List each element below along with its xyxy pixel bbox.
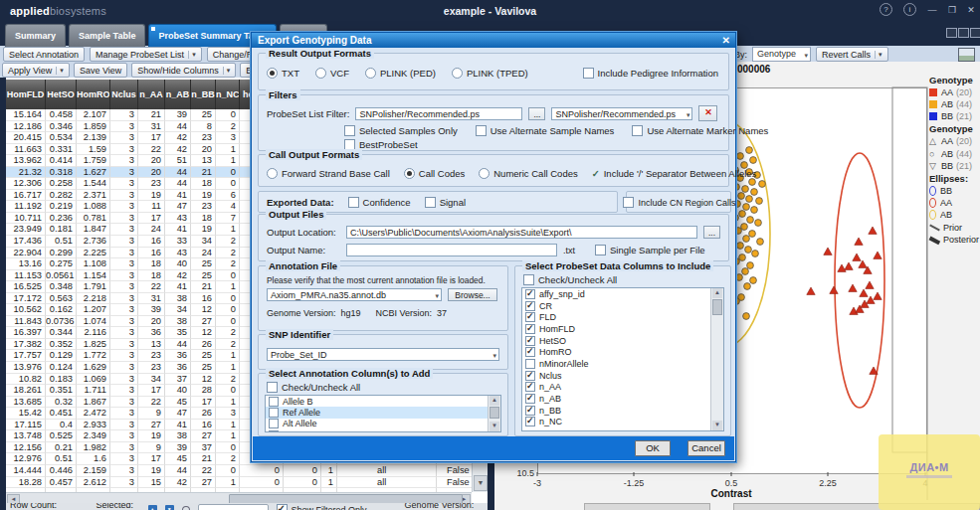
apply-view-button[interactable]: Apply View▾ xyxy=(2,63,70,78)
column-header[interactable]: HetSO xyxy=(46,80,77,109)
cell[interactable]: 3 xyxy=(110,167,138,179)
cell[interactable]: 0.275 xyxy=(46,258,77,270)
cell[interactable]: 6 xyxy=(216,190,240,202)
cell[interactable]: 0.414 xyxy=(46,155,77,167)
call-codes-radio[interactable]: Call Codes xyxy=(404,168,465,179)
cell[interactable]: 11.663 xyxy=(6,144,46,156)
list-item[interactable]: Nclus xyxy=(522,370,723,382)
cell[interactable]: 25 xyxy=(191,362,216,374)
list-item[interactable]: Alt Allele xyxy=(266,419,500,429)
numeric-call-codes-radio[interactable]: Numeric Call Codes xyxy=(479,168,577,179)
list-item[interactable]: Ref Allele xyxy=(266,407,500,418)
cell[interactable]: 0 xyxy=(284,465,321,477)
cell[interactable]: 1.207 xyxy=(77,304,110,316)
list-item[interactable]: n_BB xyxy=(522,405,723,417)
restore-button[interactable]: ❐ xyxy=(944,3,960,17)
cell[interactable]: 1 xyxy=(216,281,240,293)
cell[interactable]: 14.444 xyxy=(6,465,46,477)
show-hide-columns-button[interactable]: Show/Hide Columns▾ xyxy=(131,63,236,78)
cell[interactable]: 16 xyxy=(138,236,165,248)
cell[interactable]: 10.562 xyxy=(6,304,46,316)
ok-button[interactable]: OK xyxy=(635,440,671,456)
column-header[interactable]: HomRO xyxy=(77,80,110,109)
cell[interactable]: 0 xyxy=(216,465,240,477)
cell[interactable]: all xyxy=(337,477,437,489)
cell[interactable]: 21 xyxy=(138,109,165,121)
cell[interactable]: 0.0736 xyxy=(46,316,77,328)
cell[interactable]: 13.748 xyxy=(6,430,46,442)
cell[interactable]: 2.159 xyxy=(77,465,110,477)
cell[interactable]: 16 xyxy=(138,248,165,259)
cell[interactable]: 15 xyxy=(138,477,165,489)
cell[interactable]: 1.859 xyxy=(77,121,110,133)
cell[interactable]: 42 xyxy=(165,270,191,282)
cell[interactable]: 2 xyxy=(216,453,240,465)
cell[interactable]: 21.32 xyxy=(6,167,46,179)
cell[interactable]: 20 xyxy=(138,316,165,328)
probeset-columns-list[interactable]: affy_snp_idCRFLDHomFLDHetSOHomROnMinorAl… xyxy=(521,287,724,431)
cell[interactable]: 2.612 xyxy=(77,477,110,489)
cell[interactable]: 22 xyxy=(138,397,165,409)
cell[interactable]: 0.781 xyxy=(77,213,110,225)
close-button[interactable]: ✕ xyxy=(963,3,979,17)
cell[interactable]: 0 xyxy=(216,293,240,305)
cell[interactable]: 42 xyxy=(165,144,191,156)
cell[interactable]: 33 xyxy=(165,236,191,248)
output-name-input[interactable] xyxy=(346,244,557,256)
txt-radio[interactable]: TXT xyxy=(267,68,299,79)
column-header[interactable]: n_BB xyxy=(191,80,216,109)
cell[interactable]: 13 xyxy=(138,339,165,351)
cell[interactable]: 23 xyxy=(138,362,165,374)
filter-browse-button[interactable]: ... xyxy=(528,107,545,120)
cell[interactable]: 19 xyxy=(191,190,216,202)
output-location-browse-button[interactable]: ... xyxy=(703,226,720,239)
cell[interactable]: 0.51 xyxy=(46,236,77,248)
cell[interactable]: 22 xyxy=(138,144,165,156)
column-header[interactable]: HomFLD xyxy=(6,80,46,109)
cell[interactable]: 2.139 xyxy=(77,132,110,144)
cell[interactable]: 16 xyxy=(191,420,216,431)
cell[interactable]: 23 xyxy=(138,350,165,362)
cell[interactable]: 17.382 xyxy=(6,339,46,351)
cell[interactable]: 26 xyxy=(191,339,216,351)
cell[interactable]: 0.124 xyxy=(46,362,77,374)
cell[interactable]: 0 xyxy=(216,167,240,179)
signal-checkbox[interactable]: Signal xyxy=(425,197,466,208)
cell[interactable]: 3 xyxy=(110,132,138,144)
cell[interactable]: 2 xyxy=(216,374,240,386)
cell[interactable]: 39 xyxy=(165,109,191,121)
cell[interactable]: 1 xyxy=(321,477,337,489)
list-item[interactable]: CR xyxy=(522,300,723,312)
cell[interactable]: 28 xyxy=(191,385,216,397)
cell[interactable]: 3 xyxy=(110,304,138,316)
cell[interactable]: 18.28 xyxy=(6,477,46,489)
cell[interactable]: 3 xyxy=(110,281,138,293)
cell[interactable]: 1.825 xyxy=(77,339,110,351)
cell[interactable]: 1 xyxy=(216,144,240,156)
vcf-radio[interactable]: VCF xyxy=(315,68,349,79)
cell[interactable]: 2 xyxy=(216,327,240,339)
cell[interactable]: 0.451 xyxy=(46,408,77,420)
cell[interactable]: 20 xyxy=(138,155,165,167)
cell[interactable]: 3 xyxy=(110,201,138,213)
cell[interactable]: 0.299 xyxy=(46,248,77,259)
cell[interactable]: 27 xyxy=(191,316,216,328)
cell[interactable]: 47 xyxy=(165,201,191,213)
cell[interactable]: 38 xyxy=(165,430,191,442)
cell[interactable]: 3 xyxy=(110,430,138,442)
cell[interactable]: 24 xyxy=(191,248,216,259)
list-item[interactable]: HomRO xyxy=(522,346,723,358)
snapshot-icon[interactable] xyxy=(958,48,975,62)
cell[interactable]: 2 xyxy=(216,121,240,133)
cell[interactable]: 2.371 xyxy=(77,190,110,202)
scroll-down-arrow-icon[interactable]: ▼ xyxy=(490,422,499,431)
cell[interactable]: 3 xyxy=(110,477,138,489)
cell[interactable]: 36 xyxy=(138,327,165,339)
cell[interactable]: 1.6 xyxy=(77,453,110,465)
confidence-checkbox[interactable]: Confidence xyxy=(348,197,411,208)
cell[interactable]: 2.472 xyxy=(77,408,110,420)
column-header[interactable]: n_AA xyxy=(138,80,165,109)
include-pedigree-information-checkbox[interactable]: Include Pedigree Information xyxy=(583,68,718,79)
cell[interactable]: 12 xyxy=(191,374,216,386)
select-annotation-button[interactable]: Select Annotation xyxy=(3,47,85,62)
